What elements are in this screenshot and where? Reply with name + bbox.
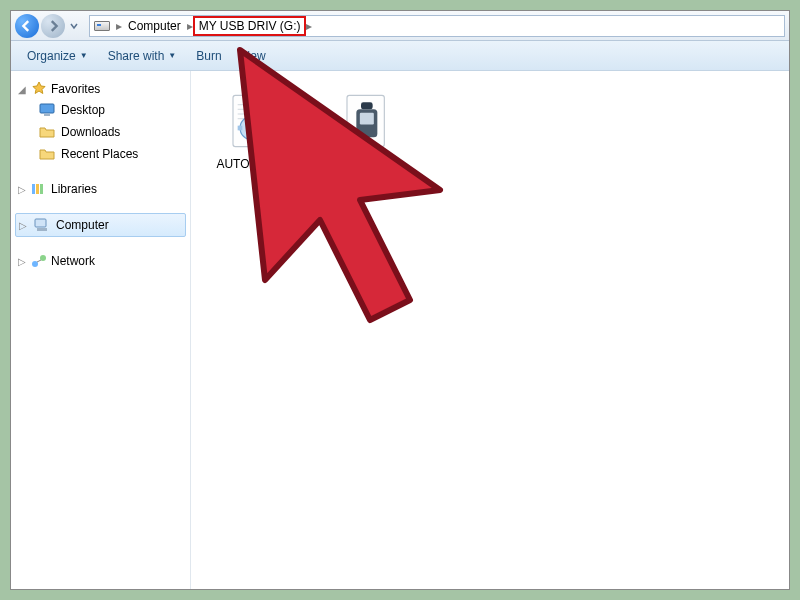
expand-icon: ▷	[18, 220, 28, 231]
svg-rect-17	[249, 114, 254, 119]
nav-libraries-label: Libraries	[51, 182, 97, 196]
svg-rect-24	[360, 113, 374, 125]
breadcrumb[interactable]: ▸ Computer ▸ MY USB DRIV (G:) ▸	[89, 15, 785, 37]
navigation-pane: ◢ Favorites Desktop Downloads	[11, 71, 191, 589]
star-icon	[31, 81, 47, 97]
libraries-icon	[31, 181, 47, 197]
nav-group-libraries: ▷ Libraries	[15, 179, 186, 199]
nav-libraries-header[interactable]: ▷ Libraries	[15, 179, 186, 199]
breadcrumb-current[interactable]: MY USB DRIV (G:)	[193, 16, 307, 36]
svg-rect-22	[361, 102, 373, 109]
burn-button[interactable]: Burn	[190, 45, 227, 67]
chevron-right-icon: ▸	[306, 19, 312, 33]
nav-item-downloads[interactable]: Downloads	[15, 121, 186, 143]
svg-line-9	[37, 260, 41, 262]
file-name: AUTORUN.inf	[216, 157, 291, 171]
svg-point-16	[248, 125, 255, 132]
breadcrumb-computer[interactable]: Computer	[122, 16, 187, 36]
collapse-icon: ◢	[17, 84, 27, 95]
organize-button[interactable]: Organize ▼	[21, 45, 94, 67]
svg-rect-1	[44, 114, 50, 116]
nav-favorites-header[interactable]: ◢ Favorites	[15, 79, 186, 99]
svg-rect-18	[249, 137, 254, 142]
folder-icon	[39, 146, 55, 162]
file-item[interactable]: myusbdr	[323, 89, 413, 171]
nav-network-label: Network	[51, 254, 95, 268]
explorer-window: ▸ Computer ▸ MY USB DRIV (G:) ▸ Organize…	[10, 10, 790, 590]
command-bar: Organize ▼ Share with ▼ Burn New	[11, 41, 789, 71]
nav-network-header[interactable]: ▷ Network	[15, 251, 186, 271]
svg-rect-6	[37, 228, 47, 231]
dropdown-icon: ▼	[80, 51, 88, 60]
nav-group-computer: ▷ Computer	[15, 213, 186, 237]
file-icon-ico	[336, 89, 400, 153]
file-list[interactable]: AUTORUN.inf myusbdr	[191, 71, 789, 589]
nav-group-network: ▷ Network	[15, 251, 186, 271]
address-bar: ▸ Computer ▸ MY USB DRIV (G:) ▸	[11, 11, 789, 41]
nav-item-recent-places[interactable]: Recent Places	[15, 143, 186, 165]
expand-icon: ▷	[17, 184, 27, 195]
file-item[interactable]: AUTORUN.inf	[209, 89, 299, 171]
nav-item-label: Desktop	[61, 103, 105, 117]
computer-icon	[34, 217, 50, 233]
burn-label: Burn	[196, 49, 221, 63]
svg-rect-4	[40, 184, 43, 194]
desktop-icon	[39, 102, 55, 118]
network-icon	[31, 253, 47, 269]
newfolder-label: New	[242, 49, 266, 63]
nav-group-favorites: ◢ Favorites Desktop Downloads	[15, 79, 186, 165]
file-icon-inf	[222, 89, 286, 153]
organize-label: Organize	[27, 49, 76, 63]
folder-icon	[39, 124, 55, 140]
body: ◢ Favorites Desktop Downloads	[11, 71, 789, 589]
svg-rect-0	[40, 104, 54, 113]
nav-favorites-label: Favorites	[51, 82, 100, 96]
svg-rect-2	[32, 184, 35, 194]
expand-icon: ▷	[17, 256, 27, 267]
nav-computer-header[interactable]: ▷ Computer	[15, 213, 186, 237]
svg-rect-3	[36, 184, 39, 194]
drive-icon	[94, 21, 110, 31]
new-folder-button[interactable]: New	[236, 45, 272, 67]
svg-rect-5	[35, 219, 46, 227]
dropdown-icon: ▼	[168, 51, 176, 60]
nav-item-label: Downloads	[61, 125, 120, 139]
share-label: Share with	[108, 49, 165, 63]
svg-rect-19	[238, 126, 243, 131]
nav-item-desktop[interactable]: Desktop	[15, 99, 186, 121]
file-name: myusbdr	[345, 157, 391, 171]
nav-computer-label: Computer	[56, 218, 109, 232]
back-button[interactable]	[15, 14, 39, 38]
nav-history-dropdown[interactable]	[67, 14, 81, 38]
forward-button[interactable]	[41, 14, 65, 38]
svg-rect-20	[261, 126, 266, 131]
share-with-button[interactable]: Share with ▼	[102, 45, 183, 67]
nav-item-label: Recent Places	[61, 147, 138, 161]
